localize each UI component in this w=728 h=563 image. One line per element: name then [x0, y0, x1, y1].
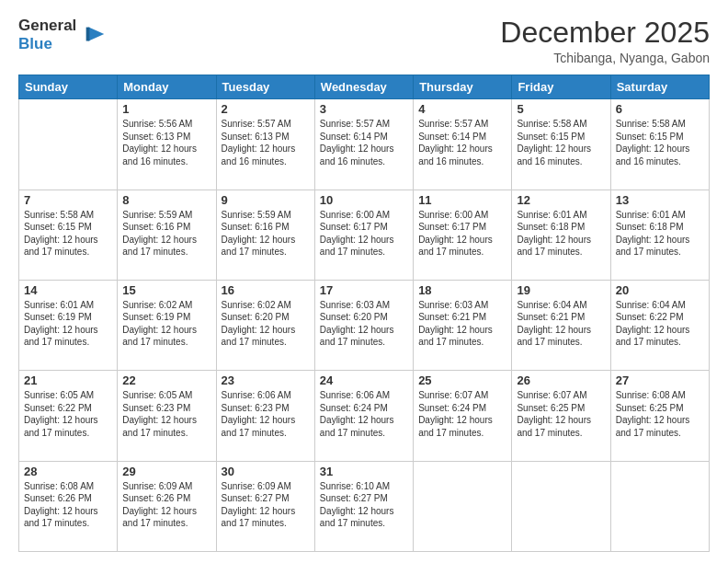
day-number: 28	[24, 465, 112, 478]
calendar-cell: 14Sunrise: 6:01 AMSunset: 6:19 PMDayligh…	[19, 280, 118, 370]
calendar-cell: 7Sunrise: 5:58 AMSunset: 6:15 PMDaylight…	[19, 190, 118, 280]
calendar-week-row: 21Sunrise: 6:05 AMSunset: 6:22 PMDayligh…	[19, 371, 710, 461]
day-info: Sunrise: 6:06 AMSunset: 6:23 PMDaylight:…	[222, 389, 310, 439]
day-info: Sunrise: 6:01 AMSunset: 6:19 PMDaylight:…	[24, 299, 112, 349]
day-number: 3	[320, 102, 408, 116]
day-number: 2	[222, 102, 310, 116]
weekday-header-sunday: Sunday	[19, 75, 118, 99]
day-number: 10	[320, 193, 408, 207]
calendar-cell: 23Sunrise: 6:06 AMSunset: 6:23 PMDayligh…	[216, 371, 314, 461]
day-number: 14	[24, 283, 112, 297]
calendar-cell: 12Sunrise: 6:01 AMSunset: 6:18 PMDayligh…	[512, 190, 610, 280]
month-title: December 2025	[500, 17, 710, 49]
day-number: 9	[222, 193, 310, 207]
weekday-header-tuesday: Tuesday	[216, 75, 314, 99]
calendar-cell: 6Sunrise: 5:58 AMSunset: 6:15 PMDaylight…	[610, 99, 709, 190]
day-info: Sunrise: 6:08 AMSunset: 6:25 PMDaylight:…	[616, 389, 704, 439]
day-number: 12	[517, 193, 605, 207]
day-info: Sunrise: 5:58 AMSunset: 6:15 PMDaylight:…	[616, 118, 704, 167]
day-info: Sunrise: 5:57 AMSunset: 6:14 PMDaylight:…	[320, 118, 408, 167]
calendar-cell	[610, 461, 709, 551]
calendar-cell: 28Sunrise: 6:08 AMSunset: 6:26 PMDayligh…	[19, 461, 118, 551]
weekday-header-wednesday: Wednesday	[314, 75, 413, 99]
day-number: 13	[616, 193, 704, 207]
day-number: 19	[517, 283, 605, 297]
day-info: Sunrise: 6:04 AMSunset: 6:21 PMDaylight:…	[517, 299, 605, 349]
calendar-cell: 15Sunrise: 6:02 AMSunset: 6:19 PMDayligh…	[118, 280, 216, 370]
calendar-week-row: 28Sunrise: 6:08 AMSunset: 6:26 PMDayligh…	[19, 461, 710, 551]
svg-rect-1	[86, 27, 90, 40]
logo-general: General	[18, 17, 76, 35]
day-info: Sunrise: 6:05 AMSunset: 6:22 PMDaylight:…	[24, 389, 112, 439]
day-number: 30	[222, 465, 310, 478]
svg-marker-0	[89, 27, 105, 40]
day-info: Sunrise: 6:10 AMSunset: 6:27 PMDaylight:…	[320, 480, 408, 530]
day-number: 1	[122, 102, 210, 116]
day-info: Sunrise: 5:57 AMSunset: 6:14 PMDaylight:…	[418, 118, 506, 167]
location: Tchibanga, Nyanga, Gabon	[500, 51, 710, 65]
day-number: 17	[320, 283, 408, 297]
day-info: Sunrise: 5:59 AMSunset: 6:16 PMDaylight:…	[222, 209, 310, 259]
calendar-cell: 20Sunrise: 6:04 AMSunset: 6:22 PMDayligh…	[610, 280, 709, 370]
calendar-cell: 3Sunrise: 5:57 AMSunset: 6:14 PMDaylight…	[314, 99, 413, 190]
day-number: 7	[24, 193, 112, 207]
day-info: Sunrise: 6:04 AMSunset: 6:22 PMDaylight:…	[616, 299, 704, 349]
day-info: Sunrise: 5:58 AMSunset: 6:15 PMDaylight:…	[24, 209, 112, 259]
calendar-cell	[19, 99, 118, 190]
day-number: 4	[418, 102, 506, 116]
logo-blue: Blue	[18, 35, 76, 53]
logo-text: General Blue	[18, 17, 76, 52]
calendar-cell: 31Sunrise: 6:10 AMSunset: 6:27 PMDayligh…	[314, 461, 413, 551]
calendar-cell: 13Sunrise: 6:01 AMSunset: 6:18 PMDayligh…	[610, 190, 709, 280]
calendar-week-row: 7Sunrise: 5:58 AMSunset: 6:15 PMDaylight…	[19, 190, 710, 280]
calendar-cell	[512, 461, 610, 551]
day-info: Sunrise: 6:03 AMSunset: 6:20 PMDaylight:…	[320, 299, 408, 349]
day-number: 25	[418, 373, 506, 387]
calendar-table: SundayMondayTuesdayWednesdayThursdayFrid…	[18, 75, 710, 552]
day-number: 26	[517, 373, 605, 387]
day-number: 16	[222, 283, 310, 297]
day-number: 21	[24, 373, 112, 387]
calendar-cell: 11Sunrise: 6:00 AMSunset: 6:17 PMDayligh…	[414, 190, 512, 280]
calendar-cell: 18Sunrise: 6:03 AMSunset: 6:21 PMDayligh…	[414, 280, 512, 370]
day-number: 24	[320, 373, 408, 387]
calendar-cell: 16Sunrise: 6:02 AMSunset: 6:20 PMDayligh…	[216, 280, 314, 370]
day-info: Sunrise: 5:56 AMSunset: 6:13 PMDaylight:…	[122, 118, 210, 167]
day-info: Sunrise: 6:08 AMSunset: 6:26 PMDaylight:…	[24, 480, 112, 530]
calendar-cell: 17Sunrise: 6:03 AMSunset: 6:20 PMDayligh…	[314, 280, 413, 370]
calendar-cell: 24Sunrise: 6:06 AMSunset: 6:24 PMDayligh…	[314, 371, 413, 461]
calendar-cell: 25Sunrise: 6:07 AMSunset: 6:24 PMDayligh…	[414, 371, 512, 461]
page: General Blue December 2025 Tchibanga, Ny…	[0, 0, 728, 563]
day-info: Sunrise: 6:07 AMSunset: 6:24 PMDaylight:…	[418, 389, 506, 439]
calendar-cell: 26Sunrise: 6:07 AMSunset: 6:25 PMDayligh…	[512, 371, 610, 461]
day-number: 15	[122, 283, 210, 297]
day-info: Sunrise: 6:09 AMSunset: 6:26 PMDaylight:…	[122, 480, 210, 530]
day-number: 31	[320, 465, 408, 478]
day-info: Sunrise: 6:02 AMSunset: 6:19 PMDaylight:…	[122, 299, 210, 349]
weekday-header-monday: Monday	[118, 75, 216, 99]
calendar-header-row: SundayMondayTuesdayWednesdayThursdayFrid…	[19, 75, 710, 99]
day-number: 6	[616, 102, 704, 116]
day-number: 22	[122, 373, 210, 387]
day-number: 29	[122, 465, 210, 478]
day-info: Sunrise: 6:09 AMSunset: 6:27 PMDaylight:…	[222, 480, 310, 530]
day-number: 8	[122, 193, 210, 207]
day-info: Sunrise: 6:05 AMSunset: 6:23 PMDaylight:…	[122, 389, 210, 439]
calendar-cell: 1Sunrise: 5:56 AMSunset: 6:13 PMDaylight…	[118, 99, 216, 190]
calendar-week-row: 1Sunrise: 5:56 AMSunset: 6:13 PMDaylight…	[19, 99, 710, 190]
calendar-cell: 27Sunrise: 6:08 AMSunset: 6:25 PMDayligh…	[610, 371, 709, 461]
calendar-cell: 9Sunrise: 5:59 AMSunset: 6:16 PMDaylight…	[216, 190, 314, 280]
calendar-week-row: 14Sunrise: 6:01 AMSunset: 6:19 PMDayligh…	[19, 280, 710, 370]
day-info: Sunrise: 5:59 AMSunset: 6:16 PMDaylight:…	[122, 209, 210, 259]
weekday-header-thursday: Thursday	[414, 75, 512, 99]
day-info: Sunrise: 6:07 AMSunset: 6:25 PMDaylight:…	[517, 389, 605, 439]
day-info: Sunrise: 6:03 AMSunset: 6:21 PMDaylight:…	[418, 299, 506, 349]
day-info: Sunrise: 6:06 AMSunset: 6:24 PMDaylight:…	[320, 389, 408, 439]
title-block: December 2025 Tchibanga, Nyanga, Gabon	[500, 17, 710, 65]
day-number: 27	[616, 373, 704, 387]
calendar-cell: 22Sunrise: 6:05 AMSunset: 6:23 PMDayligh…	[118, 371, 216, 461]
day-info: Sunrise: 6:00 AMSunset: 6:17 PMDaylight:…	[418, 209, 506, 259]
day-number: 23	[222, 373, 310, 387]
day-info: Sunrise: 5:58 AMSunset: 6:15 PMDaylight:…	[517, 118, 605, 167]
calendar-cell: 19Sunrise: 6:04 AMSunset: 6:21 PMDayligh…	[512, 280, 610, 370]
